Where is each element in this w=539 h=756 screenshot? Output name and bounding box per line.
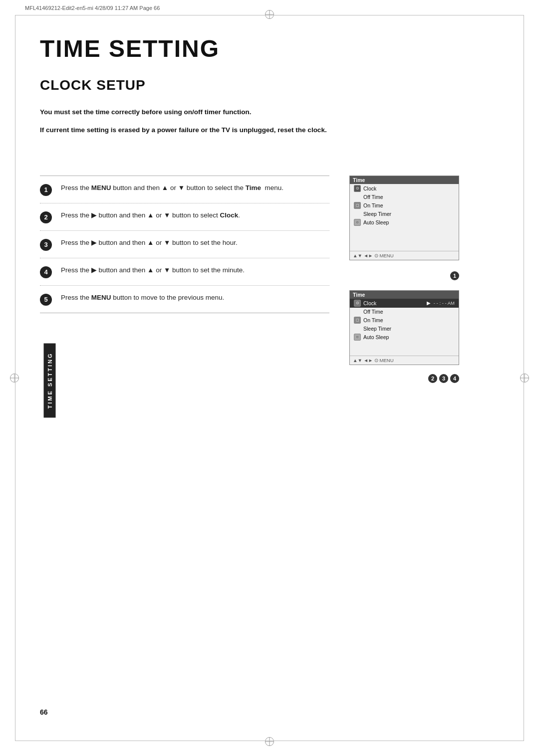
clock-icon-2: ⊙ [354, 300, 361, 307]
clock-icon: ⊙ [354, 185, 361, 192]
on-time-icon: ◻ [354, 202, 361, 209]
step-4-number: 4 [40, 266, 52, 278]
step-2-row: 2 Press the ▶ button and then ▲ or ▼ but… [40, 203, 329, 230]
auto-sleep-icon-2: ○ [354, 334, 361, 341]
badge-2: 2 [428, 374, 437, 383]
diagram-1: Time ⊙ Clock Off Time ◻ On Time Sleep Ti… [349, 176, 459, 260]
badge-1: 1 [450, 271, 459, 280]
step-2-text: Press the ▶ button and then ▲ or ▼ butto… [61, 210, 329, 220]
step-3-text: Press the ▶ button and then ▲ or ▼ butto… [61, 238, 329, 248]
diagram-1-footer: ▲▼ ◄► ⊙ MENU [350, 251, 459, 260]
step-1-text: Press the MENU button and then ▲ or ▼ bu… [61, 183, 329, 193]
step-2-number: 2 [40, 211, 52, 223]
step-1-number: 1 [40, 184, 52, 196]
section-title: CLOCK SETUP [40, 77, 499, 93]
step-5-number: 5 [40, 294, 52, 306]
diagram-2-footer: ▲▼ ◄► ⊙ MENU [350, 356, 459, 365]
step-4-text: Press the ▶ button and then ▲ or ▼ butto… [61, 265, 329, 275]
steps-wrapper: 1 Press the MENU button and then ▲ or ▼ … [40, 176, 499, 383]
auto-sleep-icon: ○ [354, 219, 361, 226]
intro-paragraph-1: You must set the time correctly before u… [40, 107, 499, 117]
badge-4: 4 [450, 374, 459, 383]
diagram-1-title: Time [350, 176, 459, 184]
diagram-2: Time ⊙ Clock ▶ - - : - - AM Off Time ◻ O… [349, 290, 459, 365]
step-4-row: 4 Press the ▶ button and then ▲ or ▼ but… [40, 258, 329, 285]
diagram-2-item-ontime: ◻ On Time [350, 316, 459, 325]
page-number: 66 [40, 708, 48, 716]
diagram-1-item-sleep: Sleep Timer [350, 210, 459, 218]
diagram-1-item-ontime: ◻ On Time [350, 201, 459, 210]
main-content: TIME SETTING TIME SETTING CLOCK SETUP Yo… [40, 35, 499, 726]
on-time-icon-2: ◻ [354, 317, 361, 324]
diagram-2-item-sleep: Sleep Timer [350, 325, 459, 333]
steps-list: 1 Press the MENU button and then ▲ or ▼ … [40, 176, 329, 383]
step-5-text: Press the MENU button to move to the pre… [61, 293, 329, 303]
diagram-2-item-offtime: Off Time [350, 308, 459, 316]
diagram-1-item-clock: ⊙ Clock [350, 184, 459, 193]
step-3-row: 3 Press the ▶ button and then ▲ or ▼ but… [40, 230, 329, 258]
diagram-2-title: Time [350, 291, 459, 299]
step-1-row: 1 Press the MENU button and then ▲ or ▼ … [40, 176, 329, 203]
diagram-1-item-autosleep: ○ Auto Sleep [350, 218, 459, 227]
badge-row-234: 2 3 4 [349, 374, 459, 383]
diagram-2-item-autosleep: ○ Auto Sleep [350, 333, 459, 342]
diagram-1-item-offtime: Off Time [350, 193, 459, 201]
page-title: TIME SETTING [40, 35, 499, 62]
intro-paragraph-2: If current time setting is erased by a p… [40, 125, 499, 135]
header-meta: MFL41469212-Edit2-en5-mi 4/28/09 11:27 A… [25, 5, 160, 11]
step-5-row: 5 Press the MENU button to move to the p… [40, 285, 329, 313]
diagram-2-item-clock: ⊙ Clock ▶ - - : - - AM [350, 299, 459, 308]
badge-3: 3 [439, 374, 448, 383]
diagrams-wrapper: Time ⊙ Clock Off Time ◻ On Time Sleep Ti… [349, 176, 459, 383]
step-3-number: 3 [40, 239, 52, 251]
